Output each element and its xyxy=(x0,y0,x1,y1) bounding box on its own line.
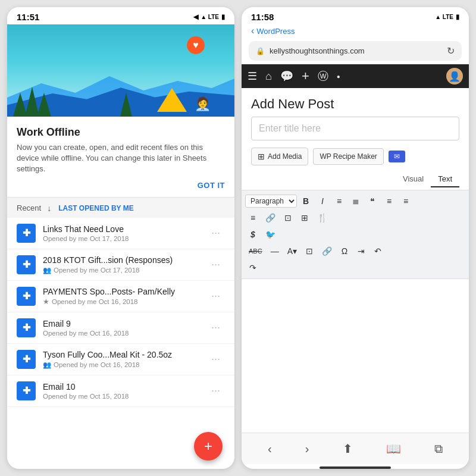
share-button[interactable]: ⬆ xyxy=(338,439,358,458)
omega-button[interactable]: Ω xyxy=(337,244,352,258)
file-info: Tyson Fully Coo...Meal Kit - 20.5oz 👥 Op… xyxy=(43,350,206,369)
tab-text[interactable]: Text xyxy=(431,171,459,187)
bold-button[interactable]: B xyxy=(298,194,314,208)
unordered-list-button[interactable]: ≡ xyxy=(331,194,347,208)
bookmark-button[interactable]: 📖 xyxy=(381,439,406,458)
file-icon: ✚ xyxy=(17,318,36,337)
dot-icon[interactable]: ● xyxy=(337,73,340,80)
italic-button[interactable]: I xyxy=(315,194,330,208)
hero-sign: ♥ xyxy=(187,36,205,54)
file-icon: ✚ xyxy=(17,255,36,274)
file-more-button[interactable]: ··· xyxy=(206,287,225,305)
paragraph-select[interactable]: Paragraph Heading 1 Heading 2 xyxy=(245,195,297,208)
file-info: Email 10 Opened by me Oct 15, 2018 xyxy=(43,382,206,400)
read-more-button[interactable]: ⊡ xyxy=(280,211,296,225)
text-color-button[interactable]: A▾ xyxy=(284,244,300,258)
home-indicator xyxy=(320,466,391,469)
toolbar-row-1: Paragraph Heading 1 Heading 2 B I ≡ ≣ ❝ … xyxy=(245,193,465,209)
status-bar-right: 11:58 ▲ LTE ▮ xyxy=(242,7,469,24)
back-chevron-icon[interactable]: ‹ xyxy=(251,26,254,36)
tab-visual[interactable]: Visual xyxy=(396,171,431,187)
file-more-button[interactable]: ··· xyxy=(206,350,225,368)
lock-icon: 🔒 xyxy=(256,47,265,55)
wp-logo-icon[interactable]: ⓦ xyxy=(318,69,328,83)
align-full-button[interactable]: ≡ xyxy=(245,211,261,225)
hero-image: ♥ 🧑‍💼 xyxy=(7,24,234,117)
media-row: ⊞ Add Media WP Recipe Maker ✉ xyxy=(242,148,469,171)
list-item[interactable]: ✚ PAYMENTS Spo...Posts- Pam/Kelly ★ Open… xyxy=(7,281,234,312)
team-icon: 👥 xyxy=(43,361,51,369)
left-panel: 11:51 ◀ ▲ LTE ▮ ♥ 🧑‍💼 Work Offline Now y… xyxy=(7,7,234,469)
insert-button[interactable]: ⊞ xyxy=(297,211,312,225)
tab-text-label: Text xyxy=(438,174,452,183)
custom-char-button[interactable]: ⊡ xyxy=(302,244,317,258)
hero-tent xyxy=(157,88,187,112)
add-media-button[interactable]: ⊞ Add Media xyxy=(251,148,308,165)
redo-button[interactable]: ↷ xyxy=(245,261,261,275)
comments-icon[interactable]: 💬 xyxy=(280,70,293,83)
ordered-list-button[interactable]: ≣ xyxy=(348,194,364,208)
file-more-button[interactable]: ··· xyxy=(206,256,225,273)
right-panel: 11:58 ▲ LTE ▮ ‹ WordPress 🔒 kellysthough… xyxy=(242,7,469,469)
tabs-button[interactable]: ⧉ xyxy=(430,440,447,458)
hr-button[interactable]: — xyxy=(267,244,283,258)
battery-icon-right: ▮ xyxy=(456,13,459,21)
list-item[interactable]: ✚ Tyson Fully Coo...Meal Kit - 20.5oz 👥 … xyxy=(7,344,234,375)
file-more-button[interactable]: ··· xyxy=(206,224,225,242)
list-item[interactable]: ✚ Email 9 Opened by me Oct 16, 2018 ··· xyxy=(7,312,234,344)
recipe-maker-button[interactable]: WP Recipe Maker xyxy=(313,148,383,165)
align-left-button[interactable]: ≡ xyxy=(381,194,397,208)
file-info: Links That Need Love Opened by me Oct 17… xyxy=(43,224,206,242)
tree-4 xyxy=(120,93,132,117)
recent-filter[interactable]: LAST OPENED BY ME xyxy=(58,204,133,212)
star-icon: ★ xyxy=(43,298,49,306)
tab-visual-label: Visual xyxy=(403,174,424,183)
recent-sort-arrow[interactable]: ↓ xyxy=(47,203,51,213)
home-icon[interactable]: ⌂ xyxy=(265,70,272,83)
recipe-maker-label: WP Recipe Maker xyxy=(320,152,377,161)
list-item[interactable]: ✚ Email 10 Opened by me Oct 15, 2018 ··· xyxy=(7,375,234,407)
strikethrough-button[interactable]: ABC xyxy=(245,245,266,257)
file-meta: Opened by me Oct 17, 2018 xyxy=(43,235,206,242)
list-item[interactable]: ✚ 2018 KTOT Gift...sion (Responses) 👥 Op… xyxy=(7,249,234,281)
unlink-button[interactable]: 🔗 xyxy=(318,244,336,258)
blockquote-button[interactable]: ❝ xyxy=(365,194,380,208)
menu-icon[interactable]: ☰ xyxy=(248,70,257,83)
file-icon: ✚ xyxy=(17,381,36,400)
recent-label: Recent xyxy=(17,203,41,212)
file-more-button[interactable]: ··· xyxy=(206,382,225,399)
title-placeholder: Enter title here xyxy=(259,123,321,133)
add-media-label: Add Media xyxy=(268,152,302,161)
indent-button[interactable]: ⇥ xyxy=(353,244,369,258)
link-button[interactable]: 🔗 xyxy=(262,211,279,225)
dollar-button[interactable]: $ xyxy=(245,227,261,242)
offline-desc: Now you can create, open, and edit recen… xyxy=(17,142,225,175)
file-info: PAYMENTS Spo...Posts- Pam/Kelly ★ Opened… xyxy=(43,287,206,306)
back-button[interactable]: ‹ xyxy=(263,440,277,458)
got-it-button[interactable]: GOT IT xyxy=(17,181,225,190)
refresh-button[interactable]: ↻ xyxy=(447,45,455,57)
fab-button[interactable]: + xyxy=(194,432,223,461)
recent-header: Recent ↓ LAST OPENED BY ME xyxy=(7,197,234,218)
add-icon[interactable]: + xyxy=(302,68,309,84)
file-meta: 👥 Opened by me Oct 16, 2018 xyxy=(43,361,206,369)
email-icon[interactable]: ✉ xyxy=(389,151,405,162)
recipe-button[interactable]: 🍴 xyxy=(314,211,331,225)
undo-button[interactable]: ↶ xyxy=(370,244,386,258)
file-more-button[interactable]: ··· xyxy=(206,319,225,336)
editor-body[interactable] xyxy=(251,279,459,433)
post-title-input[interactable]: Enter title here xyxy=(251,117,459,140)
bottom-nav: ‹ › ⬆ 📖 ⧉ xyxy=(242,433,469,464)
forward-button[interactable]: › xyxy=(300,440,314,458)
location-icon-left: ◀ xyxy=(193,13,198,21)
avatar[interactable]: 👤 xyxy=(446,68,463,84)
wp-back-label[interactable]: WordPress xyxy=(256,27,295,36)
file-icon: ✚ xyxy=(17,287,36,306)
url-bar[interactable]: 🔒 kellysthoughtsonthings.com ↻ xyxy=(249,41,462,61)
list-item[interactable]: ✚ Links That Need Love Opened by me Oct … xyxy=(7,218,234,249)
wp-back-row: ‹ WordPress xyxy=(242,24,469,39)
twitter-button[interactable]: 🐦 xyxy=(262,227,279,242)
align-right-button[interactable]: ≡ xyxy=(398,194,414,208)
wp-toolbar: ☰ ⌂ 💬 + ⓦ ● 👤 xyxy=(242,64,469,88)
editor-tabs: Visual Text xyxy=(242,171,469,190)
